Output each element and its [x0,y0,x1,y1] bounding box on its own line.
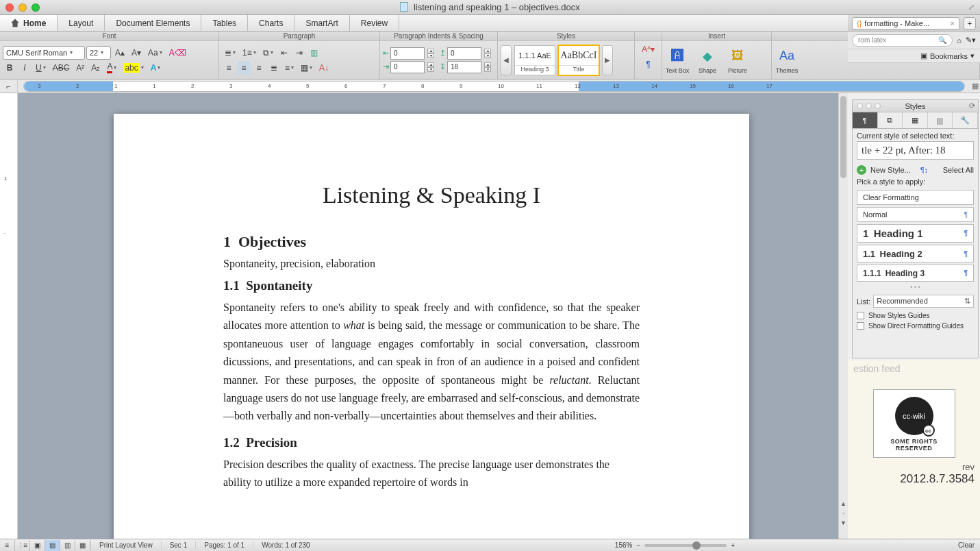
tab-document-elements[interactable]: Document Elements [105,15,201,31]
bold-button[interactable]: B [3,61,16,75]
ruler-options-icon[interactable]: ▦ [970,82,980,90]
change-styles-icon[interactable]: Aᴬ▾ [639,42,657,56]
vertical-scrollbar[interactable]: ▲ ◦ ▼ [838,93,848,539]
indent-right-stepper[interactable]: ▴▾ [427,62,434,72]
space-before-input[interactable]: 0 [447,47,481,60]
space-before-stepper[interactable]: ▴▾ [484,49,491,58]
decrease-indent-icon[interactable]: ⇤ [277,46,291,60]
sort-icon[interactable]: A↓ [316,61,331,75]
view-notebook-icon[interactable]: ▥ [60,540,75,551]
align-right-icon[interactable]: ≡ [252,61,266,75]
select-all-button[interactable]: Select All [943,166,974,174]
styles-tab-settings-icon[interactable]: 🔧 [953,112,978,128]
align-center-icon[interactable]: ≡ [237,61,251,75]
style-title[interactable]: AaBbCcI Title [558,45,599,75]
brush-icon[interactable]: ✎▾ [966,36,976,45]
style-list-more[interactable]: • • • [857,284,974,291]
space-after-stepper[interactable]: ▴▾ [484,62,491,72]
insert-textbox[interactable]: 🅰 Text Box [665,47,690,74]
scroll-page-icon[interactable]: ◦ [839,510,848,519]
change-case-icon[interactable]: Aa [145,46,165,60]
tab-review[interactable]: Review [350,15,399,31]
scrollbar-thumb[interactable] [840,96,846,178]
strikethrough-button[interactable]: ABC [50,61,73,75]
horizontal-ruler[interactable]: 3211234567891011121314151617 [23,81,965,92]
zoom-knob[interactable] [692,541,701,550]
status-section[interactable]: Sec 1 [161,541,196,549]
tab-charts[interactable]: Charts [248,15,294,31]
zoom-value[interactable]: 156% [615,541,633,549]
multilevel-list-icon[interactable]: ⧉ [260,46,276,60]
style-normal[interactable]: Normal¶ [857,207,974,222]
document-canvas[interactable]: Listening & Speaking I 1 Objectives Spon… [18,93,848,539]
close-tab-icon[interactable]: × [951,19,955,27]
body-precision[interactable]: Precision describes the quality of exact… [223,456,640,492]
status-words[interactable]: Words: 1 of 230 [253,541,318,549]
clear-label[interactable]: Clear [958,541,975,549]
close-window-icon[interactable] [5,3,14,12]
browser-search[interactable]: rom latex 🔍 [852,34,953,47]
style-heading-2[interactable]: 1.1 Heading 2¶ [857,245,974,262]
tab-stop-selector[interactable]: ⌐ [0,79,18,93]
tab-tables[interactable]: Tables [201,15,248,31]
body-spontaneity[interactable]: Spontaneity refers to one's ability to s… [223,299,640,426]
view-publishing-icon[interactable]: ▣ [30,540,45,551]
indent-left-stepper[interactable]: ▴▾ [427,49,434,58]
view-outline-icon[interactable]: ⋮≡ [15,540,30,551]
underline-button[interactable]: U [33,61,49,75]
chk-direct-formatting[interactable]: Show Direct Formatting Guides [853,321,978,331]
decrease-font-icon[interactable]: A▾ [129,46,144,60]
zoom-out-icon[interactable]: − [636,541,640,549]
tab-home[interactable]: Home [0,15,58,31]
text-effects-icon[interactable]: A [148,61,164,75]
browser-tab[interactable]: {} formatting - Make... × [852,17,959,29]
gallery-prev-icon[interactable]: ◀ [501,45,512,75]
fullscreen-icon[interactable]: ⤢ [968,3,975,12]
pilcrow-select-icon[interactable]: ¶↕ [920,166,928,174]
list-filter-select[interactable]: Recommended⇅ [873,295,974,308]
align-left-icon[interactable]: ≡ [222,61,236,75]
styles-tab-reveal-icon[interactable]: ▦ [903,112,928,128]
paragraph-intro[interactable]: Spontaneity, precision, elaboration [223,258,640,270]
increase-font-icon[interactable]: A▴ [112,46,127,60]
superscript-button[interactable]: A² [73,61,87,75]
zoom-window-icon[interactable] [32,3,40,12]
styles-tab-compare-icon[interactable]: ||| [928,112,953,128]
space-after-input[interactable]: 18 [447,61,481,73]
gallery-next-icon[interactable]: ▶ [602,45,613,75]
current-style-value[interactable]: tle + 22 pt, After: 18 [857,141,974,160]
tab-smartart[interactable]: SmartArt [294,15,349,31]
styles-tab-copy-icon[interactable]: ⧉ [878,112,903,128]
themes-button[interactable]: Aa Themes [775,47,799,74]
minimize-window-icon[interactable] [18,3,27,12]
highlight-color-icon[interactable]: abc [121,61,146,75]
vertical-ruler[interactable]: 1 · [0,93,18,539]
heading-1-2[interactable]: 1.2 Precision [223,435,640,450]
plus-icon[interactable]: + [857,165,866,175]
indent-right-input[interactable]: 0 [390,61,425,73]
subscript-button[interactable]: A₂ [88,61,103,75]
style-heading-3[interactable]: 1.1.1 Heading 3¶ [857,265,974,282]
styles-pane-icon[interactable]: ¶ [642,58,655,71]
styles-tab-paragraph-icon[interactable]: ¶ [853,112,878,128]
increase-indent-icon[interactable]: ⇥ [292,46,306,60]
view-focus-icon[interactable]: ▦ [75,540,90,551]
scroll-up-arrow[interactable]: ▲ [839,500,848,510]
view-draft-icon[interactable]: ≡ [0,540,15,551]
clear-formatting-icon[interactable]: A⌫ [166,46,189,60]
style-heading-1[interactable]: 1 Heading 1¶ [857,224,974,243]
font-color-icon[interactable]: A [104,61,119,75]
bullets-icon[interactable]: ≣ [222,46,238,60]
new-tab-button[interactable]: + [964,17,976,29]
cc-wiki-badge[interactable]: cc-wiki cc [895,397,933,435]
heading-1[interactable]: 1 Objectives [223,233,640,251]
justify-icon[interactable]: ≣ [267,61,281,75]
view-print-layout-icon[interactable]: ▤ [45,540,60,551]
zoom-in-icon[interactable]: + [731,541,735,549]
bookmarks-label[interactable]: Bookmarks [930,52,968,60]
insert-picture[interactable]: 🖼 Picture [725,47,750,74]
indent-left-input[interactable]: 0 [390,47,425,60]
style-clear-formatting[interactable]: Clear Formatting [857,190,974,205]
home-nav-icon[interactable]: ⌂ [957,36,962,45]
insert-shape[interactable]: ◆ Shape [695,47,720,74]
